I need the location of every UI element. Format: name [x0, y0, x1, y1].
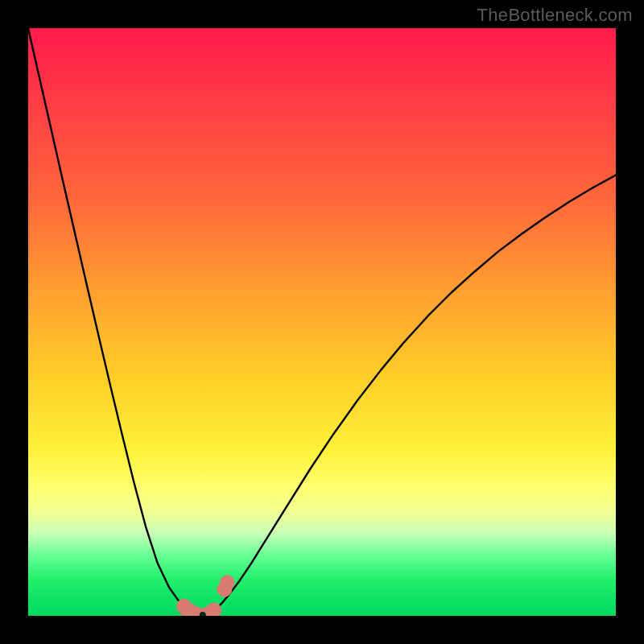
watermark: TheBottleneck.com — [477, 5, 633, 26]
marker-layer — [176, 575, 235, 616]
marker-dot — [220, 575, 234, 589]
chart-frame: TheBottleneck.com — [0, 0, 644, 644]
bottleneck-curve — [28, 28, 616, 615]
plot-area — [28, 28, 616, 616]
curve-layer — [28, 28, 616, 616]
